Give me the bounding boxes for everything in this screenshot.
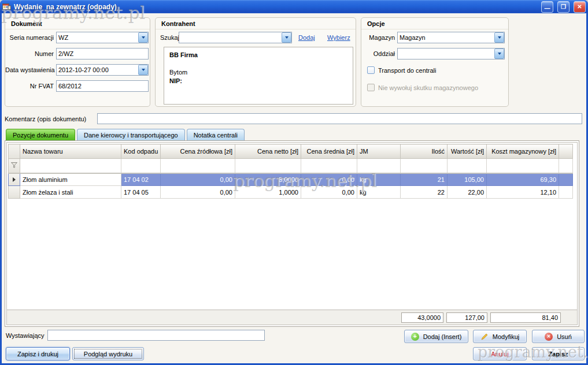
komentarz-label: Komentarz (opis dokumentu) xyxy=(5,113,86,125)
cell-koszt[interactable]: 12,10 xyxy=(487,186,559,199)
group-kontrahent-title: Kontrahent xyxy=(156,18,356,29)
anuluj-button[interactable]: Anuluj xyxy=(473,347,527,360)
col-jm[interactable]: JM xyxy=(357,144,401,159)
grid-filter-row[interactable] xyxy=(9,159,573,173)
anuluj-button-label: Anuluj xyxy=(491,351,509,357)
col-kod-odpadu[interactable]: Kod odpadu xyxy=(121,144,161,159)
summary-ilosc: 43,0000 xyxy=(401,312,443,323)
client-area: Dokument Seria numeracji Numer Data wyst… xyxy=(2,13,586,363)
oddzial-dropdown-button[interactable] xyxy=(494,49,504,59)
modyfikuj-button[interactable]: Modyfikuj xyxy=(473,330,527,343)
seria-dropdown-button[interactable] xyxy=(138,32,148,43)
col-koszt-magazynowy[interactable]: Koszt magazynowy [zł] xyxy=(487,144,559,159)
modyfikuj-button-label: Modyfikuj xyxy=(493,333,519,340)
cell-jm[interactable]: kg xyxy=(357,186,401,199)
cell-koszt[interactable]: 69,30 xyxy=(487,173,559,186)
magazyn-combo[interactable] xyxy=(397,32,505,43)
col-ilosc[interactable]: Ilość xyxy=(401,144,448,159)
oddzial-combo[interactable] xyxy=(397,48,505,59)
cell-ilosc[interactable]: 22 xyxy=(401,186,448,199)
table-row-selected[interactable]: Złom aluminium 17 04 02 0,00 5,0000 0,00… xyxy=(9,173,573,186)
window-icon xyxy=(2,2,11,11)
kontrahent-nip-label: NIP: xyxy=(169,77,347,85)
data-dropdown-button[interactable] xyxy=(138,65,148,75)
chevron-down-icon xyxy=(142,36,145,39)
group-kontrahent: Kontrahent Szukaj Dodaj Wybierz BB Firma… xyxy=(155,17,356,107)
group-opcje-title: Opcje xyxy=(361,18,508,29)
cell-cena-srednia[interactable]: 0,00 xyxy=(301,173,357,186)
zapisz-button[interactable]: Zapisz xyxy=(532,347,585,360)
col-cena-srednia[interactable]: Cena średnia [zł] xyxy=(301,144,357,159)
cell-kod[interactable]: 17 04 05 xyxy=(121,186,161,199)
podglad-wydruku-label: Podgląd wydruku xyxy=(84,351,132,357)
numer-input[interactable] xyxy=(56,48,149,59)
col-wartosc[interactable]: Wartość [zł] xyxy=(448,144,487,159)
wybierz-kontrahenta-link[interactable]: Wybierz xyxy=(327,32,350,43)
szukaj-label: Szukaj xyxy=(160,32,179,43)
col-nazwa-towaru[interactable]: Nazwa towaru xyxy=(20,144,121,159)
cell-wartosc[interactable]: 105,00 xyxy=(448,173,487,186)
komentarz-input[interactable] xyxy=(97,113,582,124)
oddzial-label: Oddział xyxy=(361,48,395,59)
tab-dane-kierowcy[interactable]: Dane kierowcy i transportującego xyxy=(77,129,185,140)
seria-combo[interactable] xyxy=(56,32,149,43)
chevron-down-icon xyxy=(285,36,289,39)
zapisz-button-label: Zapisz xyxy=(548,351,568,357)
chevron-down-icon xyxy=(142,69,145,71)
cell-jm[interactable]: kg xyxy=(357,173,401,186)
zapisz-i-drukuj-label: Zapisz i drukuj xyxy=(17,351,58,357)
plus-icon: + xyxy=(411,333,419,341)
cell-wartosc[interactable]: 22,00 xyxy=(448,186,487,199)
data-wystawienia-combo[interactable] xyxy=(56,64,149,76)
pencil-icon xyxy=(480,333,489,341)
wystawiajacy-input[interactable] xyxy=(47,330,265,341)
magazyn-dropdown-button[interactable] xyxy=(494,32,504,43)
podglad-wydruku-button[interactable]: Podgląd wydruku xyxy=(72,347,144,360)
maximize-button[interactable]: ❐ xyxy=(557,1,569,13)
tab-pozycje-dokumentu[interactable]: Pozycje dokumentu xyxy=(6,129,75,140)
fvat-input[interactable] xyxy=(56,80,149,92)
table-row[interactable]: Złom żelaza i stali 17 04 05 0,00 1,0000… xyxy=(9,186,573,199)
szukaj-combo[interactable] xyxy=(179,32,292,43)
cell-kod[interactable]: 17 04 02 xyxy=(121,173,161,186)
oddzial-input[interactable] xyxy=(397,48,505,59)
tab-page-pozycje: Nazwa towaru Kod odpadu Cena źródłowa [z… xyxy=(5,140,579,327)
cell-nazwa[interactable]: Złom żelaza i stali xyxy=(20,186,121,199)
cell-nazwa[interactable]: Złom aluminium xyxy=(20,173,121,186)
kontrahent-city: Bytom xyxy=(169,68,347,77)
dodaj-button-label: Dodaj (Insert) xyxy=(423,333,462,340)
grid-header-trailing xyxy=(559,144,573,159)
col-cena-netto[interactable]: Cena netto [zł] xyxy=(235,144,301,159)
skutek-checkbox xyxy=(367,84,375,91)
cell-ilosc[interactable]: 21 xyxy=(401,173,448,186)
szukaj-dropdown-button[interactable] xyxy=(282,32,291,43)
cell-cena-netto[interactable]: 1,0000 xyxy=(235,186,301,199)
tab-notatka-centrali[interactable]: Notatka centrali xyxy=(187,129,245,140)
dodaj-button[interactable]: + Dodaj (Insert) xyxy=(404,330,468,343)
items-grid: Nazwa towaru Kod odpadu Cena źródłowa [z… xyxy=(6,142,578,325)
dialog-window: Wydanie na zewnątrz (odpady) — ❐ ✕ Dokum… xyxy=(0,0,588,365)
col-cena-zrodlowa[interactable]: Cena źródłowa [zł] xyxy=(161,144,235,159)
window-title: Wydanie na zewnątrz (odpady) xyxy=(14,3,537,11)
cell-cena-zrodlowa[interactable]: 0,00 xyxy=(161,186,235,199)
wystawiajacy-label: Wystawiający xyxy=(6,330,45,341)
transport-checkbox[interactable] xyxy=(367,66,375,74)
data-wystawienia-input[interactable] xyxy=(56,64,149,76)
cell-cena-zrodlowa[interactable]: 0,00 xyxy=(161,173,235,186)
group-dokument: Dokument Seria numeracji Numer Data wyst… xyxy=(5,17,150,107)
szukaj-input[interactable] xyxy=(179,32,292,43)
tab-strip: Pozycje dokumentu Dane kierowcy i transp… xyxy=(6,129,245,140)
usun-button[interactable]: ✕ Usuń xyxy=(532,330,585,343)
seria-input[interactable] xyxy=(56,32,149,43)
magazyn-input[interactable] xyxy=(397,32,505,43)
minimize-button[interactable]: — xyxy=(541,1,553,13)
summary-wartosc: 127,00 xyxy=(446,312,487,323)
zapisz-i-drukuj-button[interactable]: Zapisz i drukuj xyxy=(6,347,70,360)
dodaj-kontrahenta-link[interactable]: Dodaj xyxy=(298,32,315,43)
kontrahent-card: BB Firma Bytom NIP: xyxy=(164,47,353,105)
cell-cena-srednia[interactable]: 0,00 xyxy=(301,186,357,199)
cell-cena-netto[interactable]: 5,0000 xyxy=(235,173,301,186)
grid-header-row: Nazwa towaru Kod odpadu Cena źródłowa [z… xyxy=(9,144,573,159)
close-button[interactable]: ✕ xyxy=(574,1,586,13)
delete-icon: ✕ xyxy=(545,333,553,341)
